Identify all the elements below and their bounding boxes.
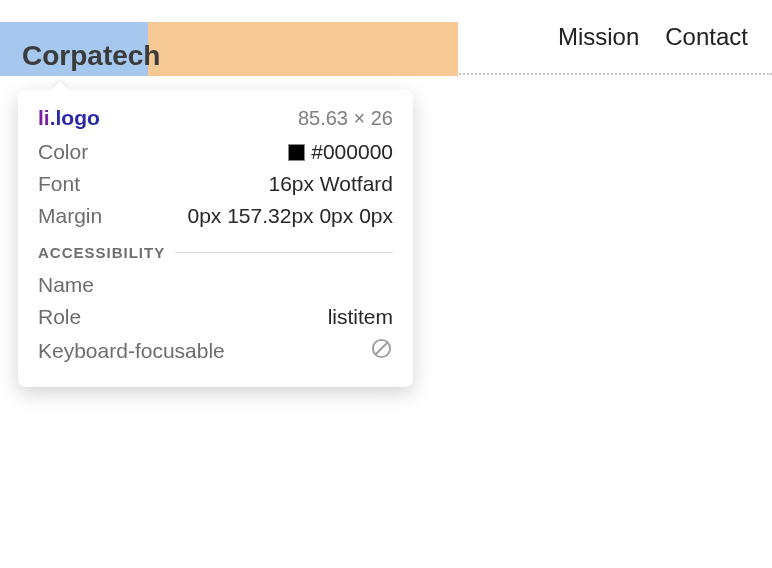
element-selector: li.logo bbox=[38, 106, 100, 130]
logo[interactable]: Corpatech bbox=[18, 2, 160, 72]
svg-line-1 bbox=[376, 343, 388, 355]
a11y-name: Name bbox=[38, 273, 393, 297]
not-allowed-icon bbox=[370, 337, 393, 360]
navbar: Corpatech Mission Contact bbox=[0, 0, 772, 75]
prop-font: Font 16px Wotfard bbox=[38, 172, 393, 196]
prop-color: Color #000000 bbox=[38, 140, 393, 164]
prop-margin: Margin 0px 157.32px 0px 0px bbox=[38, 204, 393, 228]
nav-link-mission[interactable]: Mission bbox=[558, 23, 639, 51]
element-dimensions: 85.63 × 26 bbox=[298, 107, 393, 130]
a11y-section-header: ACCESSIBILITY bbox=[38, 244, 393, 261]
logo-wrap: Corpatech bbox=[18, 2, 160, 72]
a11y-role: Role listitem bbox=[38, 305, 393, 329]
devtools-element-tooltip: li.logo 85.63 × 26 Color #000000 Font 16… bbox=[18, 90, 413, 387]
color-swatch-icon bbox=[288, 144, 305, 161]
box-model-margin-highlight bbox=[148, 22, 458, 76]
nav-link-contact[interactable]: Contact bbox=[665, 23, 748, 51]
nav-links: Mission Contact bbox=[558, 23, 754, 51]
a11y-keyboard-focusable: Keyboard-focusable bbox=[38, 337, 393, 365]
